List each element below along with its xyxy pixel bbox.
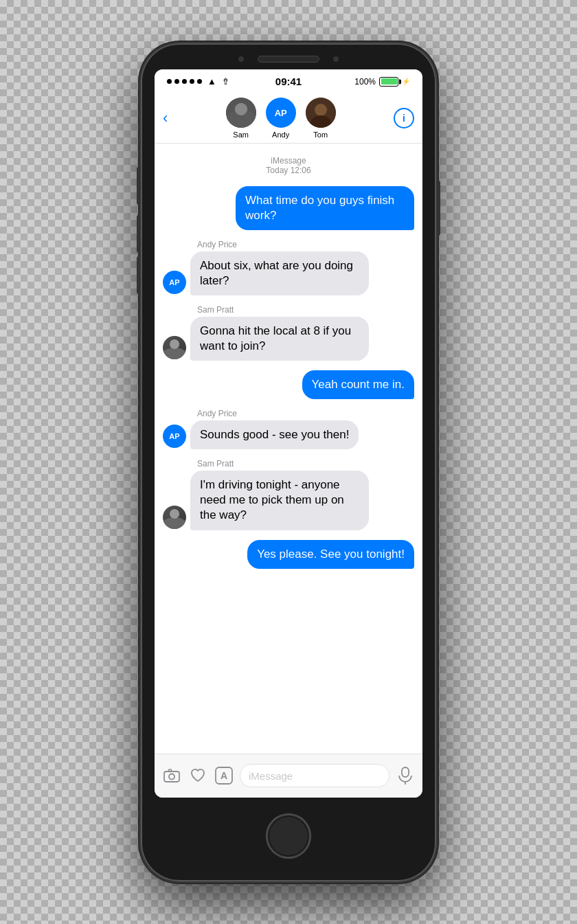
contact-tom-label: Tom [313, 131, 328, 139]
battery-indicator [379, 77, 398, 87]
tom-avatar-svg [306, 98, 336, 128]
svg-point-7 [169, 774, 174, 780]
svg-point-4 [315, 104, 327, 116]
battery-box [379, 77, 398, 87]
battery-fill [381, 78, 397, 84]
phone-screen: ︁▲ ⇮ 09:41 100% ⚡ ‹ [155, 69, 422, 798]
message-group-4: Yeah count me in. [163, 370, 414, 399]
sender-label-6: Sam Pratt [197, 459, 414, 469]
avatar-sam [226, 98, 256, 128]
message-group-6: Sam Pratt I'm driving tonight - anyone n… [163, 459, 414, 530]
status-bar: ︁▲ ⇮ 09:41 100% ⚡ [155, 69, 422, 94]
phone-top [141, 43, 436, 69]
input-placeholder: iMessage [249, 770, 293, 782]
contact-sam[interactable]: Sam [226, 98, 256, 139]
camera-button[interactable] [161, 765, 182, 786]
mic-icon [398, 767, 412, 785]
avatar-tom [306, 98, 336, 128]
message-group-3: Sam Pratt Gonna hit the local at 8 if yo… [163, 305, 414, 361]
svg-point-0 [226, 98, 256, 128]
signal-dot-5 [197, 79, 202, 84]
avatar-sam-msg-1 [163, 336, 186, 359]
sender-label-3: Sam Pratt [197, 305, 414, 315]
bubble-1: What time do you guys finish work? [236, 186, 414, 230]
bubble-3: Gonna hit the local at 8 if you want to … [190, 317, 369, 361]
phone-frame: ︁▲ ⇮ 09:41 100% ⚡ ‹ [141, 43, 436, 881]
contact-andy[interactable]: AP Andy [266, 98, 296, 139]
contact-sam-label: Sam [233, 131, 249, 139]
nav-bar: ‹ Sam AP Andy [155, 94, 422, 144]
back-button[interactable]: ‹ [163, 111, 168, 126]
service-label: iMessage [163, 156, 414, 166]
wifi-symbol: ⇮ [222, 76, 229, 87]
bubble-4: Yeah count me in. [302, 370, 414, 399]
status-time: 09:41 [275, 76, 302, 87]
signal-dot-3 [182, 79, 187, 84]
heart-icon [190, 767, 206, 784]
avatar-andy-msg-2: AP [163, 425, 186, 448]
appstore-icon: A [215, 767, 233, 785]
heart-button[interactable] [188, 765, 208, 786]
signal-dot-4 [190, 79, 194, 84]
mic-button[interactable] [395, 765, 416, 786]
signal-dot-2 [174, 79, 179, 84]
date-label: Today 12:06 [163, 166, 414, 175]
speaker-hole [238, 56, 244, 62]
svg-point-1 [235, 103, 247, 115]
avatar-andy-msg: AP [163, 271, 186, 294]
phone-bottom [267, 798, 310, 881]
sender-label-5: Andy Price [197, 409, 414, 418]
bubble-5: Sounds good - see you then! [190, 420, 359, 449]
info-icon: i [403, 113, 405, 124]
message-group-5: Andy Price AP Sounds good - see you then… [163, 409, 414, 449]
svg-rect-11 [402, 767, 409, 777]
info-button[interactable]: i [394, 108, 414, 128]
speaker-grille [258, 56, 319, 63]
message-group-2: Andy Price AP About six, what are you do… [163, 240, 414, 295]
message-group-7: Yes please. See you tonight! [163, 540, 414, 569]
avatar-andy: AP [266, 98, 296, 128]
bubble-7: Yes please. See you tonight! [247, 540, 414, 569]
sam-avatar-svg [226, 98, 256, 128]
sender-label-2: Andy Price [197, 240, 414, 249]
wifi-icon: ︁▲ [207, 76, 216, 87]
battery-percent: 100% [354, 77, 376, 87]
appstore-button[interactable]: A [214, 765, 234, 786]
svg-point-2 [231, 115, 251, 128]
bolt-icon: ⚡ [402, 78, 410, 85]
back-chevron-icon: ‹ [163, 111, 168, 126]
status-right: 100% ⚡ [354, 77, 410, 87]
incoming-row-6: I'm driving tonight - anyone need me to … [163, 471, 414, 530]
avatar-sam-msg-2 [163, 506, 186, 529]
bubble-2: About six, what are you doing later? [190, 251, 369, 295]
incoming-row-3: Gonna hit the local at 8 if you want to … [163, 317, 414, 361]
incoming-row-5: AP Sounds good - see you then! [163, 420, 414, 449]
svg-text:A: A [220, 770, 227, 781]
incoming-row-2: AP About six, what are you doing later? [163, 251, 414, 295]
svg-rect-8 [169, 769, 172, 771]
messages-area[interactable]: iMessage Today 12:06 What time do you gu… [155, 144, 422, 754]
contact-tom[interactable]: Tom [306, 98, 336, 139]
bubble-6: I'm driving tonight - anyone need me to … [190, 471, 369, 530]
contact-list: Sam AP Andy Tom [168, 98, 394, 139]
message-group-1: What time do you guys finish work? [163, 186, 414, 230]
message-input[interactable]: iMessage [240, 764, 389, 787]
signal-area: ︁▲ ⇮ [167, 76, 229, 87]
date-header: iMessage Today 12:06 [163, 156, 414, 175]
camera-hole [333, 56, 339, 62]
signal-dot-1 [167, 79, 172, 84]
svg-rect-6 [164, 771, 179, 782]
camera-icon [163, 768, 180, 783]
home-button[interactable] [267, 814, 310, 858]
contact-andy-label: Andy [272, 131, 289, 139]
input-bar: A iMessage [155, 754, 422, 798]
